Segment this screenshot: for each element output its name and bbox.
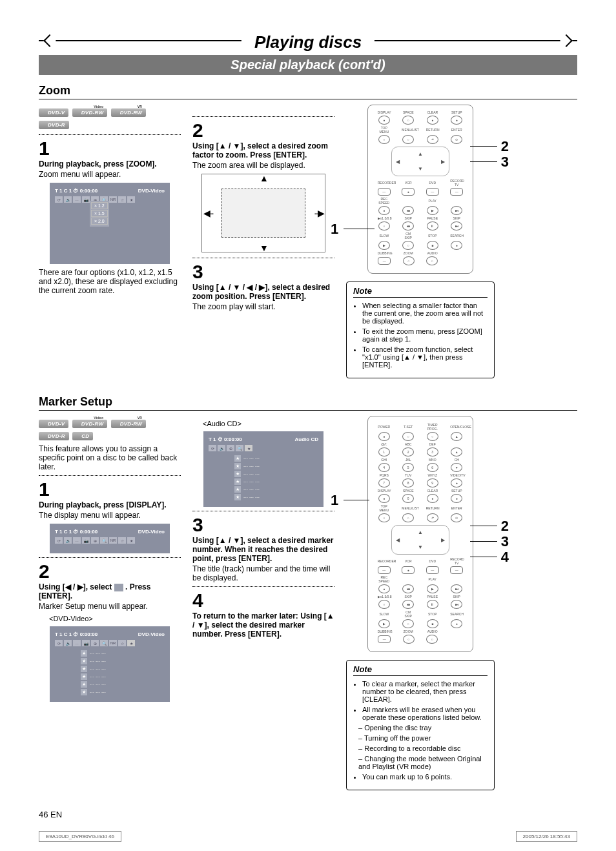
marker-osd-audiocd: T 1 ⏱ 0:00:00 Audio CD ⟳🔊⊕🔍★ ★--- --- --… <box>203 431 323 507</box>
clear-button[interactable]: ● <box>427 494 438 503</box>
note-title: Note <box>353 286 488 298</box>
zoom-step1-title: During playback, press [ZOOM]. <box>39 159 181 169</box>
callout-3: 3 <box>501 154 509 170</box>
enter-button[interactable]: ⊙ <box>451 135 462 144</box>
right-arrow-button[interactable]: ▶ <box>441 159 445 165</box>
badge-dvd-r: DVD-R <box>39 121 69 129</box>
footer-file: E9A10UD_DVR90VG.indd 46 <box>39 831 121 842</box>
zoom-step1-after: There are four options (x1.0, x1.2, x1.5… <box>39 268 181 295</box>
display-button[interactable]: ● <box>378 116 390 125</box>
marker-step1-sub: The display menu will appear. <box>39 511 181 520</box>
badge-dvd-v: DVD-V <box>39 108 68 117</box>
marker-step1-num: 1 <box>39 480 181 499</box>
zoom-step3-sub: The zoom play will start. <box>192 302 334 311</box>
zoom-step1-num: 1 <box>39 139 181 158</box>
marker-step4-title: To return to the marker later: Using [▲ … <box>192 611 334 639</box>
marker-step2-sub: Marker Setup menu will appear. <box>39 602 181 611</box>
zoom-note: Note When selecting a smaller factor tha… <box>346 282 495 378</box>
zoom-step1-sub: Zoom menu will appear. <box>39 170 181 179</box>
audio-cd-label: <Audio CD> <box>203 420 334 427</box>
marker-intro: This feature allows you to assign a spec… <box>39 444 181 471</box>
page-subtitle: Special playback (cont'd) <box>39 55 577 75</box>
badge-dvd-rw-video: VideoDVD-RW <box>72 108 108 117</box>
zoom-osd: T 1 C 1 ⏱ 0:00:00 DVD-Video ⟳🔊…📷⊕🔍NR☆★ ×… <box>50 183 170 264</box>
marker-step2-title: Using [◀ / ▶], select . Press [ENTER]. <box>39 582 181 600</box>
osd-info-left: T 1 C 1 ⏱ 0:00:00 <box>55 188 98 194</box>
footer-date: 2005/12/26 18:55:43 <box>516 831 577 842</box>
display-button-2[interactable]: ● <box>378 494 390 503</box>
zoom-step2-num: 2 <box>192 121 334 140</box>
marker-osd1: T 1 C 1 ⏱ 0:00:00 DVD-Video ⟳🔊…📷⊕🔍NR☆★ <box>50 524 170 553</box>
note-title-2: Note <box>353 664 488 676</box>
badge-cd: CD <box>72 432 93 440</box>
down-arrow-button[interactable]: ▼ <box>418 166 423 172</box>
marker-disc-badges: DVD-V VideoDVD-RW VRDVD-RW DVD-R CD <box>39 418 181 443</box>
zoom-step2-title: Using [▲ / ▼], select a desired zoom fac… <box>192 141 334 159</box>
marker-osd2: T 1 C 1 ⏱ 0:00:00 DVD-Video ⟳🔊…📷⊕🔍NR☆★ ★… <box>50 626 170 702</box>
zoom-area-diagram: ▲ ▼ ◀··· ···▶ <box>201 174 325 252</box>
page-number: 46 EN <box>39 810 62 819</box>
zoom-remote-diagram: DISPLAYSPACECLEARSETUP ●○●● TOP MENUMENU… <box>346 105 495 274</box>
m-callout-1: 1 <box>331 492 338 509</box>
callout-2: 2 <box>501 138 509 155</box>
marker-step3-num: 3 <box>192 515 334 535</box>
marker-note: Note To clear a marker, select the marke… <box>346 660 495 790</box>
left-arrow-button[interactable]: ◀ <box>396 159 400 165</box>
zoom-step3-title: Using [▲ / ▼ / ◀ / ▶], select a desired … <box>192 283 334 301</box>
enter-button-2[interactable]: ⊙ <box>451 513 462 522</box>
zoom-options-list: × 1.2 × 1.5 × 2.0 <box>90 201 109 227</box>
osd-info-right: DVD-Video <box>138 188 165 194</box>
zoom-disc-badges: DVD-V VideoDVD-RW VRDVD-RW DVD-R <box>39 107 181 132</box>
header-banner: Playing discs <box>39 32 577 52</box>
marker-step2-num: 2 <box>39 562 181 581</box>
marker-step1-title: During playback, press [DISPLAY]. <box>39 500 181 509</box>
zoom-step2-sub: The zoom area will be displayed. <box>192 161 334 170</box>
marker-remote-diagram: POWERT-SETTIMER PROG.OPEN/CLOSE ●○○▲ @/!… <box>346 416 495 652</box>
dpad-2[interactable]: ◀ ▲▼ ▶ <box>391 525 449 555</box>
marker-step4-num: 4 <box>192 591 334 610</box>
up-arrow-button[interactable]: ▲ <box>418 151 423 157</box>
dpad[interactable]: ◀ ▲▼ ▶ <box>391 147 449 176</box>
zoom-button[interactable]: ○ <box>403 256 415 265</box>
callout-1: 1 <box>331 221 338 238</box>
zoom-heading: Zoom <box>39 84 577 99</box>
page-title: Playing discs <box>241 32 375 52</box>
m-callout-3: 3 <box>501 533 509 550</box>
page-footer: 46 EN <box>39 810 577 819</box>
zoom-step3-num: 3 <box>192 262 334 282</box>
marker-step3-title: Using [▲ / ▼], select a desired marker n… <box>192 536 334 563</box>
marker-heading: Marker Setup <box>39 395 577 411</box>
badge-dvd-rw-vr: VRDVD-RW <box>111 108 147 117</box>
m-callout-4: 4 <box>501 549 509 566</box>
m-callout-2: 2 <box>501 518 509 535</box>
marker-step3-sub: The title (track) number and the time wi… <box>192 564 334 582</box>
dvd-video-label: <DVD-Video> <box>49 615 181 622</box>
